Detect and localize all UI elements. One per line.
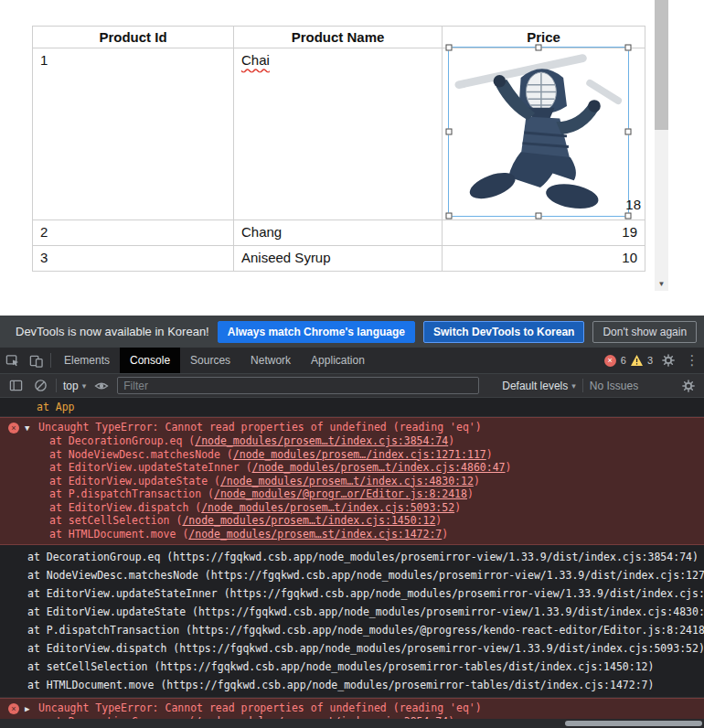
cell-product-id[interactable]: 2 bbox=[33, 220, 234, 246]
stack-frame: at DecorationGroup.eq (/node_modules/pro… bbox=[0, 434, 704, 448]
source-link[interactable]: /node_modules/prosem…t/index.cjs:4860:47 bbox=[252, 461, 506, 474]
cell-product-id[interactable]: 1 bbox=[33, 48, 234, 220]
app-window: Product Id Product Name Price 1 Chai bbox=[0, 0, 704, 728]
cell-product-id[interactable]: 3 bbox=[33, 246, 234, 272]
error-count-icon: × bbox=[604, 355, 616, 367]
cell-price-value[interactable]: 10 bbox=[443, 246, 645, 272]
source-link[interactable]: /node_modules/prosem…/index.cjs:1271:117 bbox=[233, 448, 486, 461]
source-link[interactable]: /node_modules/prosem…t/index.cjs:1450:12 bbox=[182, 514, 435, 527]
log-levels-selector[interactable]: Default levels ▾ bbox=[502, 380, 576, 392]
console-settings-gear-icon[interactable] bbox=[679, 377, 698, 395]
stack-frame: at EditorView.updateState (https://fgqkw… bbox=[0, 603, 704, 621]
issues-counter[interactable]: No Issues bbox=[590, 380, 638, 392]
tab-elements[interactable]: Elements bbox=[54, 348, 120, 373]
console-error-expanded: × ▼ Uncaught TypeError: Cannot read prop… bbox=[0, 417, 704, 545]
error-count: 6 bbox=[621, 355, 626, 366]
resize-handle-top[interactable] bbox=[536, 45, 542, 51]
device-toolbar-icon[interactable] bbox=[24, 348, 48, 372]
dont-show-again-button[interactable]: Don't show again bbox=[592, 321, 697, 343]
cell-product-name[interactable]: Aniseed Syrup bbox=[234, 246, 443, 272]
source-link[interactable]: /node_modules/@progr…or/Editor.js:8:2418 bbox=[214, 487, 467, 500]
source-link[interactable]: /node_modules/prosem…t/index.cjs:3854:74 bbox=[195, 434, 448, 447]
toolbar-divider bbox=[56, 379, 57, 392]
inspect-element-icon[interactable] bbox=[0, 348, 24, 372]
console-error-stack-text: at DecorationGroup.eq (https://fgqkwd.cs… bbox=[0, 545, 704, 698]
console-error-collapsed: × ▶ Uncaught TypeError: Cannot read prop… bbox=[0, 698, 704, 719]
selected-image[interactable] bbox=[448, 47, 629, 217]
warning-count-icon bbox=[631, 355, 643, 366]
tab-console[interactable]: Console bbox=[120, 348, 180, 373]
error-warning-badges[interactable]: × 6 3 bbox=[604, 355, 656, 367]
error-message-row: × ▼ Uncaught TypeError: Cannot read prop… bbox=[0, 421, 704, 434]
tab-network[interactable]: Network bbox=[240, 348, 301, 373]
clear-console-icon[interactable] bbox=[31, 377, 49, 395]
infobar-message: DevTools is now available in Korean! bbox=[16, 325, 209, 338]
editor-document[interactable]: Product Id Product Name Price 1 Chai bbox=[0, 0, 704, 272]
toolbar-divider bbox=[50, 353, 51, 368]
resize-handle-top-right[interactable] bbox=[625, 45, 632, 51]
chevron-down-icon: ▾ bbox=[571, 381, 576, 391]
header-product-id[interactable]: Product Id bbox=[33, 27, 234, 48]
resize-handle-bottom-left[interactable] bbox=[446, 213, 453, 219]
console-output: at App × ▼ Uncaught TypeError: Cannot re… bbox=[0, 398, 704, 719]
cell-price-value[interactable]: 19 bbox=[443, 220, 645, 246]
error-circle-icon: × bbox=[8, 703, 19, 714]
devtools-tab-bar: Elements Console Sources Network Applica… bbox=[0, 348, 704, 373]
stack-frame: at EditorView.dispatch (https://fgqkwd.c… bbox=[0, 639, 704, 658]
console-warning-stack-tail: at App bbox=[0, 398, 704, 417]
console-filter-input[interactable] bbox=[117, 377, 479, 394]
live-expression-eye-icon[interactable] bbox=[92, 377, 111, 395]
source-link[interactable]: /node_modules/prosem…st/index.cjs:1472:7 bbox=[188, 528, 442, 541]
stack-frame: at setCellSelection (https://fgqkwd.csb.… bbox=[0, 658, 704, 676]
source-link[interactable]: /node_modules/prosem…t/index.cjs:5093:52 bbox=[201, 501, 454, 514]
toolbar-divider bbox=[582, 379, 583, 392]
stack-frame: at P.dispatchTransaction (/node_modules/… bbox=[0, 487, 704, 501]
console-horizontal-scrollbar[interactable] bbox=[0, 719, 704, 728]
collapse-triangle-icon[interactable]: ▼ bbox=[25, 422, 29, 434]
header-price[interactable]: Price bbox=[443, 27, 645, 48]
tab-application[interactable]: Application bbox=[301, 348, 375, 373]
cell-product-name[interactable]: Chai bbox=[234, 48, 443, 220]
stack-frame: at EditorView.updateState (/node_modules… bbox=[0, 475, 704, 488]
table-row: 2 Chang 19 bbox=[33, 220, 645, 246]
scrollbar-down-arrow-icon[interactable]: ▼ bbox=[655, 276, 668, 291]
table-header-row: Product Id Product Name Price bbox=[33, 27, 645, 48]
resize-handle-top-left[interactable] bbox=[446, 45, 453, 51]
kendo-fighter-illustration bbox=[449, 48, 628, 216]
cell-price-image[interactable]: 18 bbox=[443, 48, 645, 220]
execution-context-selector[interactable]: top ▾ bbox=[63, 380, 86, 392]
stack-frame: at HTMLDocument.move (/node_modules/pros… bbox=[0, 528, 704, 541]
scrollbar-thumb[interactable] bbox=[655, 0, 668, 130]
expand-triangle-icon[interactable]: ▶ bbox=[25, 702, 29, 715]
switch-to-korean-button[interactable]: Switch DevTools to Korean bbox=[423, 321, 584, 343]
source-link[interactable]: /node_modules/prosem…t/index.cjs:4830:12 bbox=[220, 475, 474, 487]
console-sidebar-icon[interactable] bbox=[6, 377, 25, 395]
tab-sources[interactable]: Sources bbox=[180, 348, 240, 373]
error-message: Uncaught TypeError: Cannot read properti… bbox=[38, 421, 482, 434]
more-options-icon[interactable]: ⋮ bbox=[680, 348, 704, 372]
stack-frame: at setCellSelection (/node_modules/prose… bbox=[0, 514, 704, 528]
devtools-panel: DevTools is now available in Korean! Alw… bbox=[0, 316, 704, 728]
always-match-language-button[interactable]: Always match Chrome's language bbox=[218, 321, 415, 343]
error-message-row: × ▶ Uncaught TypeError: Cannot read prop… bbox=[0, 701, 704, 715]
cell-price-value[interactable]: 18 bbox=[625, 197, 641, 212]
resize-handle-right[interactable] bbox=[625, 129, 632, 135]
resize-handle-left[interactable] bbox=[446, 129, 453, 135]
product-table: Product Id Product Name Price 1 Chai bbox=[32, 26, 645, 272]
editor-vertical-scrollbar[interactable]: ▼ bbox=[655, 0, 668, 291]
header-product-name[interactable]: Product Name bbox=[234, 27, 443, 48]
stack-frame[interactable]: at App bbox=[0, 398, 704, 416]
console-toolbar: top ▾ Default levels ▾ No Issues bbox=[0, 373, 704, 398]
table-row: 1 Chai bbox=[33, 48, 645, 220]
cell-product-name[interactable]: Chang bbox=[234, 220, 443, 246]
stack-frame: at NodeViewDesc.matchesNode (https://fgq… bbox=[0, 566, 704, 584]
table-row: 3 Aniseed Syrup 10 bbox=[33, 246, 645, 272]
scrollbar-thumb[interactable] bbox=[565, 721, 702, 726]
resize-handle-bottom[interactable] bbox=[536, 213, 542, 219]
misspelled-word[interactable]: Chai bbox=[241, 52, 270, 68]
chevron-down-icon: ▾ bbox=[82, 381, 87, 391]
settings-gear-icon[interactable] bbox=[656, 348, 680, 372]
warning-count: 3 bbox=[647, 355, 653, 366]
resize-handle-bottom-right[interactable] bbox=[625, 213, 632, 219]
editor-pane: Product Id Product Name Price 1 Chai bbox=[0, 0, 704, 316]
